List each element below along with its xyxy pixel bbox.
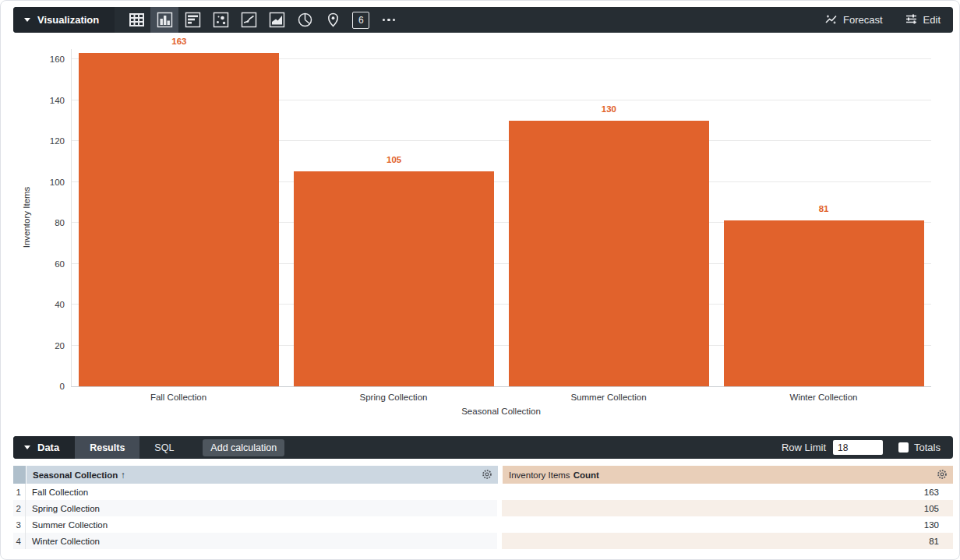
data-section-toggle[interactable]: Data bbox=[13, 436, 75, 459]
area-chart-icon bbox=[269, 12, 285, 28]
x-tick-label: Spring Collection bbox=[286, 393, 501, 402]
totals-label: Totals bbox=[914, 442, 941, 453]
measure-column-label: Inventory Items bbox=[509, 470, 570, 480]
chart-bar[interactable] bbox=[79, 53, 279, 386]
table-row: 2Spring Collection105 bbox=[13, 500, 953, 516]
x-tick-label: Fall Collection bbox=[71, 393, 286, 402]
y-tick-label: 140 bbox=[32, 95, 65, 106]
forecast-icon bbox=[824, 12, 838, 28]
results-table: Seasonal Collection ↑ Inventory Items Co… bbox=[13, 466, 953, 549]
sort-ascending-icon: ↑ bbox=[121, 470, 125, 480]
chart-bar[interactable] bbox=[509, 121, 709, 386]
dimension-column-label: Seasonal Collection bbox=[33, 470, 118, 480]
bar-value-label: 105 bbox=[386, 155, 401, 164]
edit-label: Edit bbox=[923, 14, 941, 26]
single-value-viz-button[interactable]: 6 bbox=[347, 7, 375, 33]
row-number: 1 bbox=[13, 484, 26, 500]
column-chart-viz-button[interactable] bbox=[150, 7, 178, 33]
table-body: 1Fall Collection1632Spring Collection105… bbox=[13, 484, 953, 549]
measure-cell[interactable]: 105 bbox=[502, 500, 953, 516]
row-number: 3 bbox=[13, 516, 26, 533]
table-viz-button[interactable] bbox=[122, 7, 150, 33]
chevron-down-icon bbox=[24, 18, 30, 22]
bar-chart: Inventory Items 020406080100120140160163… bbox=[1, 33, 959, 437]
viz-type-picker: 6 bbox=[122, 7, 403, 33]
x-tick-label: Summer Collection bbox=[501, 393, 716, 402]
y-tick-label: 40 bbox=[32, 299, 65, 310]
row-number: 2 bbox=[13, 500, 26, 516]
line-chart-viz-button[interactable] bbox=[235, 7, 263, 33]
dimension-column-header[interactable]: Seasonal Collection ↑ bbox=[26, 466, 498, 484]
x-tick-label: Winter Collection bbox=[716, 393, 931, 402]
y-tick-label: 20 bbox=[32, 340, 65, 351]
row-number-column-header bbox=[13, 466, 26, 484]
y-tick-label: 100 bbox=[32, 177, 65, 188]
more-options-icon bbox=[383, 19, 396, 22]
table-row: 3Summer Collection130 bbox=[13, 516, 953, 533]
chart-bar[interactable] bbox=[294, 171, 494, 386]
y-tick-label: 0 bbox=[32, 381, 65, 392]
settings-sliders-icon bbox=[905, 12, 918, 28]
measure-column-header[interactable]: Inventory Items Count bbox=[503, 466, 953, 484]
column-chart-icon bbox=[157, 12, 173, 28]
data-toolbar: Data Results SQL Add calculation Row Lim… bbox=[13, 436, 953, 459]
visualization-section-toggle[interactable]: Visualization bbox=[13, 7, 115, 33]
y-tick-label: 60 bbox=[32, 259, 65, 269]
measure-cell[interactable]: 130 bbox=[502, 516, 953, 533]
measure-cell[interactable]: 163 bbox=[502, 484, 953, 500]
dimension-cell[interactable]: Fall Collection bbox=[26, 484, 497, 500]
pie-chart-icon bbox=[297, 12, 313, 28]
single-value-icon: 6 bbox=[352, 12, 369, 29]
explore-page: Visualization bbox=[0, 0, 960, 560]
tab-results[interactable]: Results bbox=[75, 436, 139, 459]
y-axis-title: Inventory Items bbox=[22, 187, 31, 248]
chevron-down-icon bbox=[24, 446, 30, 449]
gear-icon[interactable] bbox=[482, 469, 492, 481]
data-title: Data bbox=[37, 442, 59, 453]
map-pin-icon bbox=[325, 12, 341, 28]
scatter-viz-button[interactable] bbox=[206, 7, 235, 33]
chart-bar[interactable] bbox=[724, 220, 924, 386]
table-row: 1Fall Collection163 bbox=[13, 484, 953, 500]
y-tick-label: 120 bbox=[32, 136, 65, 146]
totals-checkbox[interactable] bbox=[898, 442, 909, 453]
bar-value-label: 163 bbox=[171, 37, 186, 46]
pie-chart-viz-button[interactable] bbox=[291, 7, 319, 33]
x-axis-title: Seasonal Collection bbox=[71, 407, 931, 416]
chart-plot: 02040608010012014016016310513081 bbox=[71, 49, 931, 387]
row-number: 4 bbox=[13, 533, 26, 549]
row-limit-input[interactable] bbox=[833, 440, 883, 455]
forecast-label: Forecast bbox=[843, 14, 883, 26]
gear-icon[interactable] bbox=[937, 469, 948, 481]
dimension-cell[interactable]: Winter Collection bbox=[26, 533, 497, 549]
visualization-title: Visualization bbox=[37, 14, 99, 26]
scatter-plot-icon bbox=[213, 12, 229, 28]
forecast-button[interactable]: Forecast bbox=[824, 12, 883, 28]
row-limit-label: Row Limit bbox=[782, 442, 826, 453]
add-calculation-button[interactable]: Add calculation bbox=[203, 439, 284, 456]
area-chart-viz-button[interactable] bbox=[263, 7, 291, 33]
table-row: 4Winter Collection81 bbox=[13, 533, 953, 549]
table-icon bbox=[129, 12, 145, 28]
x-axis-labels: Fall CollectionSpring CollectionSummer C… bbox=[71, 393, 931, 402]
bar-chart-icon bbox=[185, 12, 201, 28]
table-header-row: Seasonal Collection ↑ Inventory Items Co… bbox=[13, 466, 953, 484]
bar-chart-viz-button[interactable] bbox=[178, 7, 206, 33]
y-tick-label: 80 bbox=[32, 217, 65, 228]
measure-column-label-bold: Count bbox=[574, 470, 599, 480]
edit-button[interactable]: Edit bbox=[905, 12, 941, 28]
tab-sql[interactable]: SQL bbox=[139, 436, 189, 459]
more-viz-types-button[interactable] bbox=[375, 7, 403, 33]
bar-value-label: 130 bbox=[602, 104, 616, 114]
line-chart-icon bbox=[241, 12, 257, 28]
y-tick-label: 160 bbox=[32, 54, 65, 65]
bar-value-label: 81 bbox=[819, 204, 829, 213]
visualization-toolbar: Visualization bbox=[13, 7, 953, 33]
measure-cell[interactable]: 81 bbox=[502, 533, 953, 549]
dimension-cell[interactable]: Summer Collection bbox=[26, 516, 497, 533]
dimension-cell[interactable]: Spring Collection bbox=[26, 500, 497, 516]
map-viz-button[interactable] bbox=[319, 7, 347, 33]
